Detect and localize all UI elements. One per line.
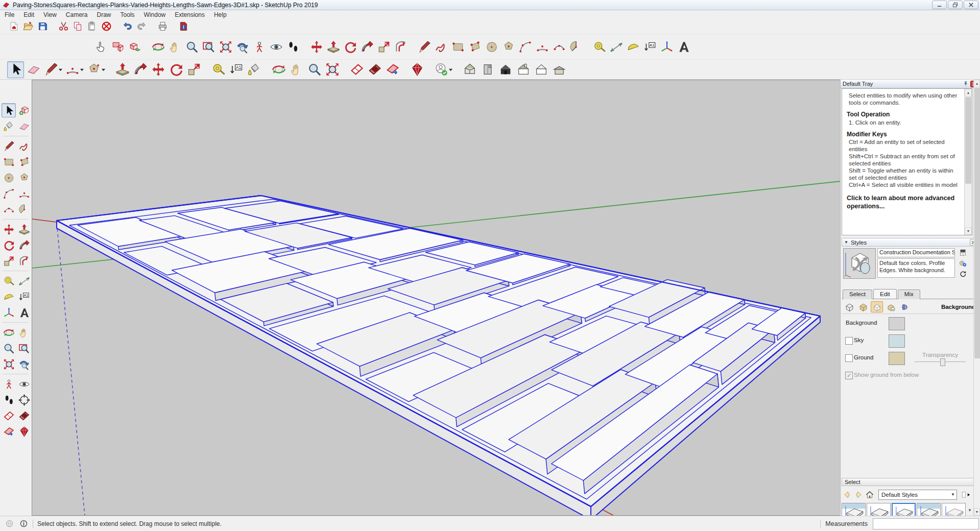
zoom-extents-tool[interactable] xyxy=(2,357,16,371)
style-description-field[interactable]: Default face colors. Profile Edges. Whit… xyxy=(877,258,955,278)
walk-tool[interactable] xyxy=(285,39,301,55)
section-fill-tool[interactable] xyxy=(2,424,16,439)
style-details-arrow-icon[interactable] xyxy=(960,489,971,500)
line-tool[interactable] xyxy=(2,139,16,153)
extension-warehouse-tool[interactable] xyxy=(17,424,31,439)
chevron-down-icon[interactable] xyxy=(80,62,84,78)
protractor-tool[interactable] xyxy=(2,289,16,304)
orbit-tool[interactable] xyxy=(270,61,287,78)
axes-tool[interactable] xyxy=(659,39,675,55)
tray-scrollbar-thumb[interactable] xyxy=(974,88,980,358)
scroll-up-icon[interactable]: ▲ xyxy=(965,89,972,96)
dimension-tool[interactable] xyxy=(608,39,624,55)
section-fill-tool[interactable] xyxy=(384,61,401,78)
two-point-arc-tool[interactable] xyxy=(64,61,85,78)
scroll-down-icon[interactable]: ▼ xyxy=(965,227,972,235)
credits-info-icon[interactable] xyxy=(19,519,29,528)
menu-item-window[interactable]: Window xyxy=(139,11,171,19)
tab-select[interactable]: Select xyxy=(843,289,872,299)
axes-tool[interactable] xyxy=(2,305,16,320)
chevron-down-icon[interactable] xyxy=(58,62,63,78)
line-tool[interactable] xyxy=(416,39,432,55)
line-tool[interactable] xyxy=(43,61,63,78)
three-point-arc-tool[interactable] xyxy=(551,39,567,55)
chevron-down-icon[interactable] xyxy=(448,62,453,78)
zoom-tool[interactable] xyxy=(184,39,200,55)
follow-me-tool[interactable] xyxy=(132,61,149,78)
tape-measure-tool[interactable] xyxy=(2,274,16,288)
shapes-tool[interactable] xyxy=(86,61,106,78)
cut-tool[interactable] xyxy=(57,20,70,33)
background-color-swatch[interactable] xyxy=(889,317,905,330)
extension-warehouse-tool[interactable] xyxy=(409,61,425,78)
section-plane-tool[interactable] xyxy=(2,408,16,423)
tab-mix[interactable]: Mix xyxy=(898,289,920,299)
menu-item-camera[interactable]: Camera xyxy=(61,11,92,19)
two-point-arc-tool[interactable] xyxy=(17,186,31,201)
pie-tool[interactable] xyxy=(568,39,584,55)
copy-tool[interactable] xyxy=(71,20,84,33)
tray-scrollbar[interactable]: ▲ ▼ xyxy=(973,80,980,516)
tab-edit[interactable]: Edit xyxy=(873,289,897,299)
view-right-tool[interactable] xyxy=(515,61,532,78)
ground-checkbox[interactable] xyxy=(845,354,853,362)
rotate-tool[interactable] xyxy=(2,238,16,252)
chevron-down-icon[interactable] xyxy=(101,62,106,78)
menu-item-tools[interactable]: Tools xyxy=(116,11,139,19)
advanced-operations-link[interactable]: Click to learn about more advanced opera… xyxy=(847,195,962,210)
two-point-arc-tool[interactable] xyxy=(534,39,550,55)
home-icon[interactable] xyxy=(864,489,875,500)
zoom-window-tool[interactable] xyxy=(17,341,31,355)
rotate-tool[interactable] xyxy=(168,61,184,78)
slider-thumb[interactable] xyxy=(940,358,945,366)
viewport-canvas[interactable] xyxy=(32,80,840,516)
three-d-text-tool[interactable] xyxy=(676,39,691,55)
dimension-tool[interactable] xyxy=(17,274,31,288)
arc-tool[interactable] xyxy=(517,39,533,55)
styles-panel-header[interactable]: ▼ Styles xyxy=(842,238,979,247)
delete-tool[interactable] xyxy=(100,20,113,33)
sky-color-swatch[interactable] xyxy=(889,334,905,348)
move-tool[interactable] xyxy=(2,222,16,236)
zoom-previous-tool[interactable] xyxy=(234,39,250,55)
update-style-button[interactable] xyxy=(958,270,967,278)
styles-collection-dropdown[interactable]: Default Styles ▼ xyxy=(878,490,957,500)
redo-tool[interactable] xyxy=(135,20,148,33)
arc-tool[interactable] xyxy=(2,186,16,201)
view-iso-tool[interactable] xyxy=(461,61,478,78)
pan-tool[interactable] xyxy=(17,325,31,340)
offset-tool[interactable] xyxy=(393,39,409,55)
scale-tool[interactable] xyxy=(376,39,392,55)
menu-item-file[interactable]: File xyxy=(0,11,19,19)
three-d-text-tool[interactable] xyxy=(17,305,31,320)
menu-item-help[interactable]: Help xyxy=(209,11,231,19)
follow-me-tool[interactable] xyxy=(359,39,375,55)
section-cuts-tool[interactable] xyxy=(17,408,31,423)
restore-button[interactable] xyxy=(948,1,963,9)
new-file-tool[interactable] xyxy=(7,20,20,33)
look-around-tool[interactable] xyxy=(268,39,284,55)
style-preview-thumbnail[interactable] xyxy=(843,248,876,279)
menu-item-extensions[interactable]: Extensions xyxy=(170,11,209,19)
sky-checkbox[interactable] xyxy=(845,337,853,345)
close-button[interactable] xyxy=(964,1,978,9)
paste-tool[interactable] xyxy=(85,20,99,33)
orbit-tool[interactable] xyxy=(150,39,166,55)
section-cuts-tool[interactable] xyxy=(366,61,383,78)
pan-tool[interactable] xyxy=(288,61,305,78)
hand-point-tool[interactable] xyxy=(93,39,109,55)
text-tool[interactable]: A1 xyxy=(642,39,658,55)
print-tool[interactable] xyxy=(156,20,169,33)
freehand-tool[interactable] xyxy=(433,39,449,55)
geolocation-icon[interactable] xyxy=(5,519,14,528)
follow-me-tool[interactable] xyxy=(17,238,31,252)
turn-tool[interactable] xyxy=(17,393,31,407)
thumbnails-scroll-down-icon[interactable]: ▼ xyxy=(968,508,972,513)
edge-settings-button[interactable] xyxy=(843,301,855,312)
sign-in-tool[interactable] xyxy=(433,61,453,78)
menu-item-draw[interactable]: Draw xyxy=(92,11,116,19)
show-ground-checkbox[interactable]: ✓ xyxy=(845,372,853,379)
select-tool[interactable] xyxy=(7,61,24,78)
zoom-extents-tool[interactable] xyxy=(218,39,233,55)
ground-color-swatch[interactable] xyxy=(889,352,905,365)
